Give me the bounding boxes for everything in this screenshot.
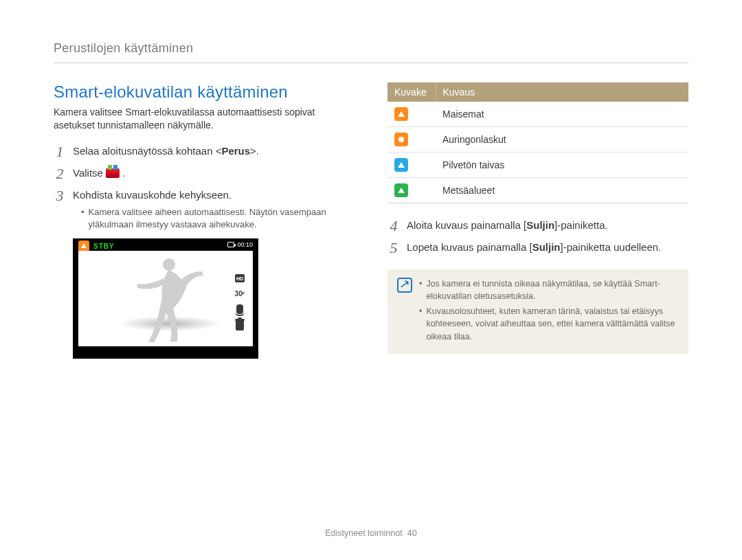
t: Aloita kuvaus painamalla [ [407, 219, 526, 231]
step-text: Valitse . [73, 166, 125, 180]
camera-preview: STBY 00:10 HD [73, 238, 258, 359]
trash-icon [236, 321, 244, 331]
b: Suljin [532, 241, 561, 253]
sub-bullet: • Kamera valitsee aiheen automaattisesti… [81, 206, 355, 230]
right-column: Kuvake Kuvaus Maisemat Auringonlaskut [387, 82, 688, 359]
breadcrumb: Perustilojen käyttäminen [54, 41, 688, 56]
divider [54, 63, 688, 63]
step-number: 3 [54, 188, 66, 203]
record-icon [227, 242, 234, 247]
two-columns: Smart-elokuvatilan käyttäminen Kamera va… [54, 82, 688, 359]
step-number: 5 [387, 240, 400, 256]
step-number: 2 [54, 166, 66, 181]
step-2: 2 Valitse . [54, 166, 355, 181]
step-text-pre: Selaa aloitusnäytössä kohtaan < [73, 145, 221, 157]
sky-icon [394, 158, 408, 172]
t2: ]-painiketta uudelleen. [560, 241, 661, 253]
step-1: 1 Selaa aloitusnäytössä kohtaan <Perus>. [54, 144, 355, 159]
svg-point-0 [163, 258, 175, 271]
fps-icon: 30F [235, 289, 245, 298]
hd-icon: HD [235, 274, 245, 282]
stby-label: STBY [93, 243, 115, 250]
step-text-post: >. [250, 145, 259, 157]
manual-page: Perustilojen käyttäminen Smart-elokuvati… [0, 0, 742, 560]
info-item: •Jos kamera ei tunnista oikeaa näkymätil… [419, 278, 679, 302]
left-column: Smart-elokuvatilan käyttäminen Kamera va… [54, 82, 355, 359]
smart-mode-icon [106, 168, 120, 178]
step-4: 4 Aloita kuvaus painamalla [Suljin]-pain… [387, 219, 688, 234]
bullet-dot: • [81, 206, 85, 230]
table-row: Maisemat [387, 102, 688, 127]
forest-icon [394, 183, 408, 197]
note-icon [397, 278, 412, 293]
footer-section: Edistyneet toiminnot [325, 528, 403, 538]
table-row: Auringonlaskut [387, 127, 688, 153]
th-icon: Kuvake [387, 82, 436, 102]
info-item: •Kuvausolosuhteet, kuten kameran tärinä,… [419, 305, 679, 342]
row-label: Maisemat [436, 102, 688, 127]
t2: ]-painiketta. [554, 219, 608, 231]
table-row: Metsäalueet [387, 178, 688, 203]
row-label: Metsäalueet [436, 178, 688, 203]
b: Suljin [526, 219, 554, 231]
step-number: 4 [387, 219, 400, 234]
step-5: 5 Lopeta kuvaus painamalla [Suljin]-pain… [387, 240, 688, 256]
step-text-post: . [122, 166, 125, 180]
table-row: Pilvetön taivas [387, 153, 688, 178]
row-label: Auringonlaskut [436, 127, 688, 153]
step-text: Selaa aloitusnäytössä kohtaan <Perus>. [73, 144, 259, 158]
th-desc: Kuvaus [436, 82, 688, 102]
step-text-pre: Kohdista kuvauskohde kehykseen. [73, 189, 232, 201]
landscape-icon [394, 107, 408, 121]
steps-right: 4 Aloita kuvaus painamalla [Suljin]-pain… [387, 219, 688, 256]
t: Lopeta kuvaus painamalla [ [407, 241, 532, 253]
step-3: 3 Kohdista kuvauskohde kehykseen. • Kame… [54, 188, 355, 230]
row-label: Pilvetön taivas [436, 153, 688, 178]
sub-bullet-text: Kamera valitsee aiheen automaattisesti. … [89, 206, 355, 230]
info-box: •Jos kamera ei tunnista oikeaa näkymätil… [387, 269, 688, 354]
step-text: Lopeta kuvaus painamalla [Suljin]-painik… [407, 240, 661, 254]
scene-landscape-icon [78, 240, 89, 251]
scene-icon-table: Kuvake Kuvaus Maisemat Auringonlaskut [387, 82, 688, 203]
steps-left: 1 Selaa aloitusnäytössä kohtaan <Perus>.… [54, 144, 355, 230]
info-text: Jos kamera ei tunnista oikeaa näkymätila… [426, 278, 679, 302]
microphone-icon [236, 304, 243, 314]
sunset-icon [394, 133, 408, 146]
step-text: Aloita kuvaus painamalla [Suljin]-painik… [407, 219, 608, 232]
section-intro: Kamera valitsee Smart-elokuvatilassa aut… [54, 106, 355, 132]
page-footer: Edistyneet toiminnot 40 [0, 528, 742, 538]
step-text-bold: Perus [221, 145, 250, 157]
step-number: 1 [54, 144, 66, 159]
step-text: Kohdista kuvauskohde kehykseen. • Kamera… [73, 188, 355, 230]
step-text-pre: Valitse [73, 166, 103, 180]
info-text: Kuvausolosuhteet, kuten kameran tärinä, … [426, 305, 679, 342]
record-time: 00:10 [237, 241, 253, 248]
camera-scene: HD 30F [78, 251, 253, 346]
page-number: 40 [407, 528, 417, 538]
section-title: Smart-elokuvatilan käyttäminen [54, 82, 355, 102]
dancer-silhouette [128, 255, 210, 344]
